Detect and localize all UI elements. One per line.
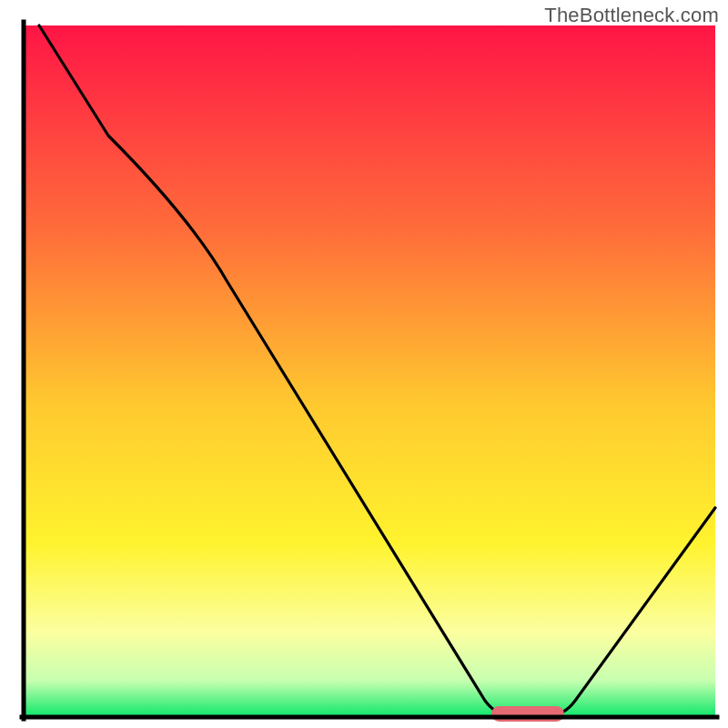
bottleneck-chart <box>0 0 728 728</box>
watermark-text: TheBottleneck.com <box>544 4 719 27</box>
plot-background <box>25 25 715 715</box>
chart-container: TheBottleneck.com <box>0 0 728 728</box>
